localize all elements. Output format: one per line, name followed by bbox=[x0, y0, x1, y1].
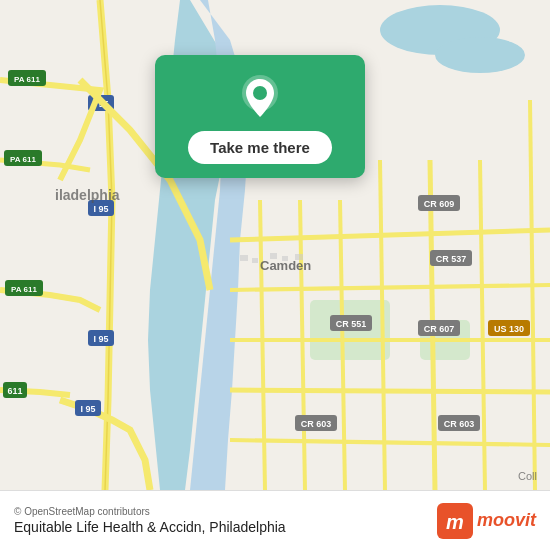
svg-point-2 bbox=[435, 37, 525, 73]
svg-rect-50 bbox=[240, 255, 248, 261]
bottom-left: © OpenStreetMap contributors Equitable L… bbox=[14, 506, 286, 535]
svg-text:611: 611 bbox=[7, 386, 22, 396]
svg-rect-51 bbox=[252, 258, 258, 263]
svg-text:PA 611: PA 611 bbox=[11, 285, 37, 294]
svg-rect-54 bbox=[295, 254, 303, 260]
osm-attribution: © OpenStreetMap contributors bbox=[14, 506, 286, 517]
svg-text:CR 607: CR 607 bbox=[424, 324, 455, 334]
location-pin-icon bbox=[236, 73, 284, 121]
svg-text:I 95: I 95 bbox=[80, 404, 95, 414]
svg-text:PA 611: PA 611 bbox=[10, 155, 36, 164]
svg-text:iladelphia: iladelphia bbox=[55, 187, 120, 203]
popup-card[interactable]: Take me there bbox=[155, 55, 365, 178]
svg-line-24 bbox=[230, 390, 550, 392]
svg-rect-53 bbox=[282, 256, 288, 261]
moovit-icon: m bbox=[437, 503, 473, 539]
location-name: Equitable Life Health & Accidn, Philadel… bbox=[14, 519, 286, 535]
bottom-bar: © OpenStreetMap contributors Equitable L… bbox=[0, 490, 550, 550]
svg-text:PA 611: PA 611 bbox=[14, 75, 40, 84]
svg-text:CR 537: CR 537 bbox=[436, 254, 467, 264]
map-container: I 95 I 95 I 95 PA 611 PA 611 PA 611 611 … bbox=[0, 0, 550, 490]
take-me-there-button[interactable]: Take me there bbox=[188, 131, 332, 164]
svg-text:CR 603: CR 603 bbox=[444, 419, 475, 429]
moovit-label: moovit bbox=[477, 510, 536, 531]
svg-text:US 130: US 130 bbox=[494, 324, 524, 334]
svg-text:CR 603: CR 603 bbox=[301, 419, 332, 429]
svg-rect-52 bbox=[270, 253, 277, 259]
svg-text:I 95: I 95 bbox=[93, 334, 108, 344]
svg-text:CR 609: CR 609 bbox=[424, 199, 455, 209]
svg-text:m: m bbox=[446, 511, 464, 533]
svg-text:Coll: Coll bbox=[518, 470, 537, 482]
svg-text:CR 551: CR 551 bbox=[336, 319, 367, 329]
svg-text:I 95: I 95 bbox=[93, 204, 108, 214]
svg-point-56 bbox=[253, 86, 267, 100]
moovit-logo: m moovit bbox=[437, 503, 536, 539]
